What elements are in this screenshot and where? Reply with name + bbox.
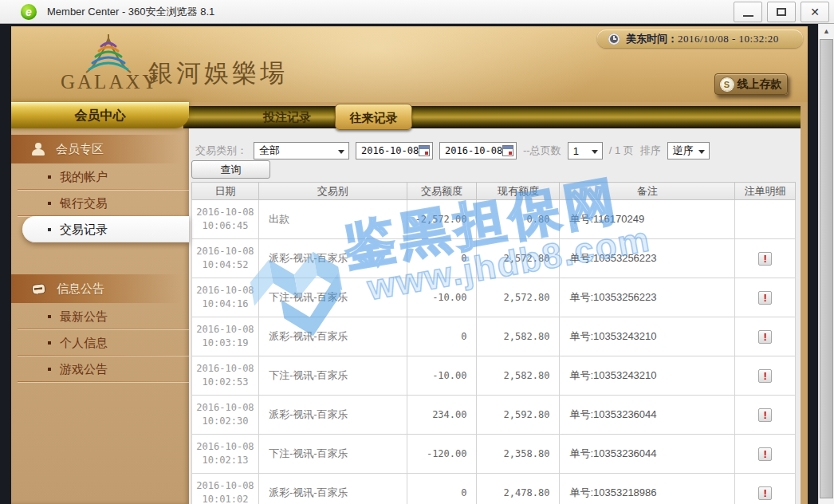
order-detail-icon[interactable]: ! (758, 252, 772, 266)
cell-balance: 2,582.80 (477, 317, 560, 356)
cell-order-detail: ! (735, 278, 796, 317)
order-detail-icon[interactable]: ! (758, 486, 772, 500)
cell-note: 单号:10353236044 (560, 435, 735, 474)
server-time-label: 美东时间： (626, 32, 678, 46)
close-icon: ✕ (810, 6, 820, 18)
cell-order-detail: ! (735, 396, 796, 435)
cell-order-detail: ! (735, 435, 796, 474)
dollar-icon: S (721, 78, 734, 91)
cell-date: 2016-10-0810:02:53 (192, 356, 259, 396)
clock-icon (608, 33, 620, 45)
order-detail-icon[interactable]: ! (758, 291, 772, 305)
sidebar-item-latest-announcements[interactable]: 最新公告 (11, 303, 189, 329)
cell-date: 2016-10-0810:02:13 (192, 435, 259, 474)
sidebar-item-label: 游戏公告 (60, 362, 108, 376)
minimize-button[interactable] (734, 2, 762, 22)
main-row: 会员专区 我的帐户 银行交易 交易记录 信息公告 (11, 128, 808, 504)
table-row: 2016-10-0810:03:19派彩-视讯-百家乐02,582.80单号:1… (192, 317, 796, 356)
order-detail-icon[interactable]: ! (758, 447, 772, 461)
bullet-icon (48, 202, 51, 205)
site-name: 銀河娛樂場 (148, 57, 288, 90)
user-icon (32, 143, 45, 156)
page-select[interactable]: 1 (568, 142, 603, 159)
sort-select[interactable]: 逆序 (667, 142, 710, 159)
tab-bar: 投注记录 往来记录 (183, 106, 801, 128)
cell-transaction-type: 下注-视讯-百家乐 (258, 356, 407, 396)
cell-date: 2016-10-0810:02:30 (192, 396, 259, 435)
chevron-down-icon (698, 150, 705, 157)
cell-date: 2016-10-0810:04:16 (192, 278, 259, 317)
cell-balance: 2,478.80 (477, 474, 560, 504)
sidebar-item-transaction-records[interactable]: 交易记录 (22, 216, 189, 242)
sort-label: 排序 (640, 144, 661, 158)
order-detail-icon[interactable]: ! (758, 408, 772, 422)
maximize-icon (777, 8, 786, 16)
server-time: 美东时间： 2016/10/08 - 10:32:20 (597, 30, 803, 48)
sidebar-section-member: 会员专区 (11, 135, 189, 163)
scrollbar[interactable]: ▲ (818, 24, 834, 504)
order-detail-icon[interactable]: ! (758, 330, 772, 344)
top-banner: GALAXY 銀河娛樂場 美东时间： 2016/10/08 - 10:32:20… (11, 26, 808, 102)
date-to-input[interactable]: 2016-10-08 (439, 142, 517, 159)
table-row: 2016-10-0810:04:52派彩-视讯-百家乐02,572.80单号:1… (192, 239, 796, 278)
bullet-icon (48, 341, 51, 345)
sidebar-item-label: 个人信息 (60, 336, 108, 349)
cell-balance: 2,572.80 (477, 278, 560, 317)
sidebar-item-label: 交易记录 (60, 222, 108, 236)
table-row: 2016-10-0810:04:16下注-视讯-百家乐-10.002,572.8… (192, 278, 796, 317)
cell-amount: -10.00 (407, 278, 477, 317)
sidebar-item-game-announcements[interactable]: 游戏公告 (11, 356, 189, 382)
cell-amount: -120.00 (407, 435, 477, 474)
scroll-up-icon[interactable]: ▲ (819, 24, 834, 38)
cell-date: 2016-10-0810:01:02 (192, 474, 259, 504)
order-detail-icon[interactable]: ! (758, 369, 772, 383)
cell-date: 2016-10-0810:06:45 (192, 200, 259, 239)
window-title: Member Center - 360安全浏览器 8.1 (47, 5, 214, 19)
table-row: 2016-10-0810:02:53下注-视讯-百家乐-10.002,582.8… (192, 356, 796, 396)
cell-amount: 0 (407, 239, 477, 278)
sidebar-item-label: 我的帐户 (60, 170, 108, 183)
browser-window: e Member Center - 360安全浏览器 8.1 ✕ (0, 0, 834, 504)
cell-amount: -2,572.00 (407, 200, 477, 239)
sidebar: 会员专区 我的帐户 银行交易 交易记录 信息公告 (11, 128, 189, 504)
tab-transaction-records[interactable]: 往来记录 (335, 104, 412, 130)
transaction-type-select[interactable]: 全部 (254, 142, 349, 159)
online-deposit-label: 线上存款 (738, 77, 782, 92)
col-header-date: 日期 (192, 183, 259, 200)
cell-balance: 2,592.80 (477, 396, 560, 435)
total-pages-label: --总页数 (523, 144, 561, 158)
tab-bet-records[interactable]: 投注记录 (259, 106, 315, 128)
transactions-table: 日期 交易别 交易额度 现有额度 备注 注单明细 2016-10-0810:06… (191, 182, 796, 504)
transaction-type-value: 全部 (259, 144, 280, 158)
cell-transaction-type: 出款 (258, 200, 407, 239)
calendar-icon[interactable] (419, 145, 430, 156)
sidebar-item-label: 最新公告 (60, 309, 108, 323)
date-to-value: 2016-10-08 (445, 145, 502, 156)
sidebar-item-personal-messages[interactable]: 个人信息 (11, 329, 189, 356)
sort-select-value: 逆序 (673, 144, 694, 158)
cell-note: 单号:10353236044 (560, 396, 735, 435)
cell-amount: 0 (407, 317, 477, 356)
galaxy-fountain-icon (79, 33, 138, 74)
scrollbar-thumb[interactable] (820, 39, 833, 498)
table-row: 2016-10-0810:01:02派彩-视讯-百家乐02,478.80单号:1… (192, 474, 796, 504)
query-button[interactable]: 查询 (191, 160, 270, 179)
cell-transaction-type: 派彩-视讯-百家乐 (258, 474, 407, 504)
date-from-value: 2016-10-08 (361, 145, 419, 156)
online-deposit-button[interactable]: S 线上存款 (714, 73, 788, 95)
minimize-icon (743, 15, 753, 17)
sidebar-item-bank-transactions[interactable]: 银行交易 (11, 190, 189, 216)
sidebar-section-label: 会员专区 (56, 142, 104, 157)
maximize-button[interactable] (767, 2, 796, 22)
cell-balance: 2,582.80 (477, 356, 560, 396)
chevron-down-icon (592, 150, 598, 157)
calendar-icon[interactable] (502, 145, 513, 156)
cell-note: 单号:10353256223 (560, 239, 735, 278)
date-from-input[interactable]: 2016-10-08 (356, 142, 433, 159)
message-icon (31, 283, 45, 295)
cell-order-detail: ! (735, 239, 796, 278)
header-row: 投注记录 往来记录 会员中心 (11, 102, 808, 128)
close-button[interactable]: ✕ (801, 2, 829, 22)
transaction-type-label: 交易类别： (195, 144, 247, 158)
sidebar-item-my-account[interactable]: 我的帐户 (11, 163, 189, 190)
